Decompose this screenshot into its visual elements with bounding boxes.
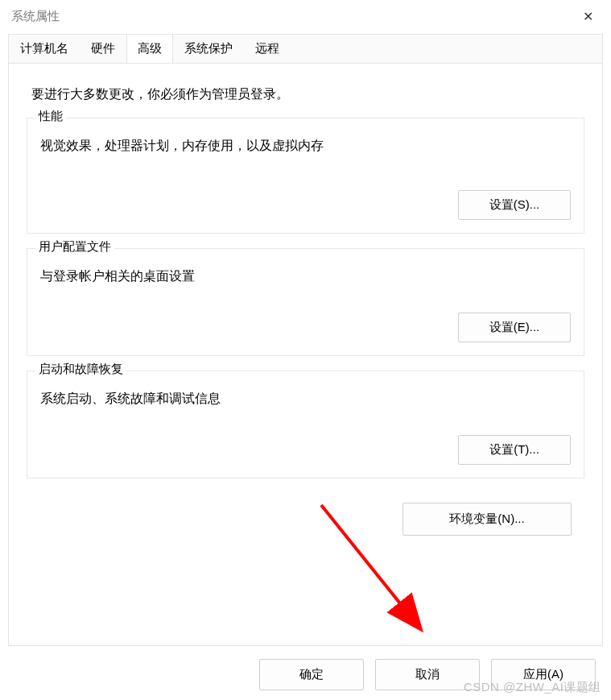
group-startup-recovery-btn-row: 设置(T)... xyxy=(40,435,571,465)
dialog-frame: 计算机名 硬件 高级 系统保护 远程 要进行大多数更改，你必须作为管理员登录。 … xyxy=(8,34,603,646)
startup-recovery-settings-button[interactable]: 设置(T)... xyxy=(458,435,571,465)
group-startup-recovery-legend: 启动和故障恢复 xyxy=(35,362,126,377)
tab-content-advanced: 要进行大多数更改，你必须作为管理员登录。 性能 视觉效果，处理器计划，内存使用，… xyxy=(9,63,602,643)
performance-settings-button[interactable]: 设置(S)... xyxy=(458,190,571,220)
environment-variables-button[interactable]: 环境变量(N)... xyxy=(403,503,572,536)
tab-system-protection[interactable]: 系统保护 xyxy=(173,34,244,63)
group-performance-legend: 性能 xyxy=(35,109,66,124)
group-performance-btn-row: 设置(S)... xyxy=(40,190,571,220)
user-profiles-settings-button[interactable]: 设置(E)... xyxy=(458,313,571,342)
env-button-row: 环境变量(N)... xyxy=(25,503,572,536)
ok-button[interactable]: 确定 xyxy=(259,659,364,690)
group-user-profiles-desc: 与登录帐户相关的桌面设置 xyxy=(40,268,571,285)
watermark-text: CSDN @ZHW_AI课题组 xyxy=(464,680,601,695)
group-startup-recovery-desc: 系统启动、系统故障和调试信息 xyxy=(40,391,571,408)
titlebar: 系统属性 ✕ xyxy=(0,0,611,31)
window-title: 系统属性 xyxy=(11,9,60,24)
group-user-profiles: 用户配置文件 与登录帐户相关的桌面设置 设置(E)... xyxy=(27,248,584,356)
group-startup-recovery: 启动和故障恢复 系统启动、系统故障和调试信息 设置(T)... xyxy=(27,371,584,478)
tab-hardware[interactable]: 硬件 xyxy=(80,34,126,63)
close-icon[interactable]: ✕ xyxy=(575,6,601,27)
tabs-bar: 计算机名 硬件 高级 系统保护 远程 xyxy=(9,34,602,63)
group-performance: 性能 视觉效果，处理器计划，内存使用，以及虚拟内存 设置(S)... xyxy=(27,118,584,234)
tab-advanced[interactable]: 高级 xyxy=(126,34,173,63)
tab-computer-name[interactable]: 计算机名 xyxy=(9,34,80,63)
group-user-profiles-btn-row: 设置(E)... xyxy=(40,313,571,342)
admin-login-note: 要进行大多数更改，你必须作为管理员登录。 xyxy=(31,86,583,103)
group-performance-desc: 视觉效果，处理器计划，内存使用，以及虚拟内存 xyxy=(40,138,571,155)
tab-remote[interactable]: 远程 xyxy=(244,34,291,63)
group-user-profiles-legend: 用户配置文件 xyxy=(35,239,114,255)
